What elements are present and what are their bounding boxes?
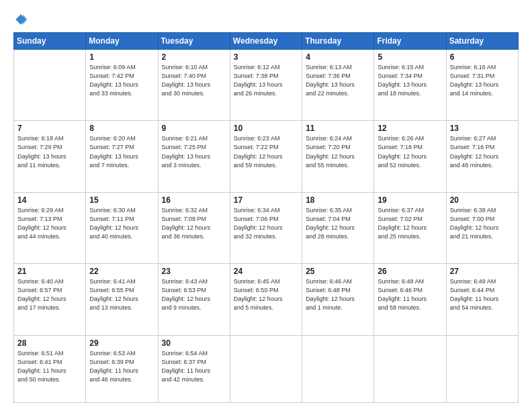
calendar-cell: 16Sunrise: 6:32 AM Sunset: 7:09 PM Dayli… bbox=[158, 192, 230, 263]
day-info: Sunrise: 6:18 AM Sunset: 7:29 PM Dayligh… bbox=[17, 134, 82, 169]
day-number: 26 bbox=[378, 267, 442, 276]
calendar-week-row: 1Sunrise: 6:09 AM Sunset: 7:42 PM Daylig… bbox=[14, 50, 519, 121]
weekday-header-sunday: Sunday bbox=[14, 33, 86, 50]
calendar-cell: 26Sunrise: 6:48 AM Sunset: 6:46 PM Dayli… bbox=[374, 264, 446, 335]
day-info: Sunrise: 6:15 AM Sunset: 7:34 PM Dayligh… bbox=[378, 63, 442, 98]
weekday-header-row: SundayMondayTuesdayWednesdayThursdayFrid… bbox=[14, 33, 519, 50]
day-number: 11 bbox=[306, 124, 370, 133]
day-info: Sunrise: 6:09 AM Sunset: 7:42 PM Dayligh… bbox=[89, 63, 154, 98]
calendar-cell: 28Sunrise: 6:51 AM Sunset: 6:41 PM Dayli… bbox=[14, 335, 86, 402]
calendar-week-row: 7Sunrise: 6:18 AM Sunset: 7:29 PM Daylig… bbox=[14, 121, 519, 192]
day-number: 24 bbox=[234, 267, 298, 276]
day-number: 9 bbox=[162, 124, 226, 133]
day-info: Sunrise: 6:49 AM Sunset: 6:44 PM Dayligh… bbox=[450, 277, 515, 312]
calendar-cell: 17Sunrise: 6:34 AM Sunset: 7:06 PM Dayli… bbox=[230, 192, 302, 263]
day-info: Sunrise: 6:13 AM Sunset: 7:36 PM Dayligh… bbox=[306, 63, 370, 98]
calendar-cell: 24Sunrise: 6:45 AM Sunset: 6:50 PM Dayli… bbox=[230, 264, 302, 335]
logo-icon bbox=[13, 12, 28, 27]
calendar-cell: 23Sunrise: 6:43 AM Sunset: 6:53 PM Dayli… bbox=[158, 264, 230, 335]
calendar-cell: 8Sunrise: 6:20 AM Sunset: 7:27 PM Daylig… bbox=[86, 121, 158, 192]
day-info: Sunrise: 6:51 AM Sunset: 6:41 PM Dayligh… bbox=[17, 349, 82, 384]
page: SundayMondayTuesdayWednesdayThursdayFrid… bbox=[0, 0, 532, 411]
day-number: 7 bbox=[17, 124, 82, 133]
calendar-week-row: 14Sunrise: 6:29 AM Sunset: 7:13 PM Dayli… bbox=[14, 192, 519, 263]
calendar-week-row: 21Sunrise: 6:40 AM Sunset: 6:57 PM Dayli… bbox=[14, 264, 519, 335]
day-info: Sunrise: 6:20 AM Sunset: 7:27 PM Dayligh… bbox=[89, 134, 154, 169]
day-number: 19 bbox=[378, 195, 442, 205]
day-number: 2 bbox=[162, 52, 226, 62]
calendar-cell: 3Sunrise: 6:12 AM Sunset: 7:38 PM Daylig… bbox=[230, 50, 302, 121]
day-number: 4 bbox=[306, 52, 370, 62]
day-number: 15 bbox=[89, 195, 154, 205]
day-number: 13 bbox=[450, 124, 515, 133]
calendar-week-row: 28Sunrise: 6:51 AM Sunset: 6:41 PM Dayli… bbox=[14, 335, 519, 402]
day-info: Sunrise: 6:23 AM Sunset: 7:22 PM Dayligh… bbox=[234, 134, 298, 169]
day-number: 29 bbox=[89, 338, 154, 348]
day-info: Sunrise: 6:16 AM Sunset: 7:31 PM Dayligh… bbox=[450, 63, 515, 98]
day-info: Sunrise: 6:30 AM Sunset: 7:11 PM Dayligh… bbox=[89, 206, 154, 241]
day-info: Sunrise: 6:45 AM Sunset: 6:50 PM Dayligh… bbox=[234, 277, 298, 312]
calendar-cell bbox=[230, 335, 302, 402]
weekday-header-thursday: Thursday bbox=[302, 33, 374, 50]
weekday-header-monday: Monday bbox=[86, 33, 158, 50]
calendar-cell bbox=[446, 335, 518, 402]
header bbox=[13, 12, 519, 27]
day-info: Sunrise: 6:43 AM Sunset: 6:53 PM Dayligh… bbox=[162, 277, 226, 312]
calendar-cell bbox=[14, 50, 86, 121]
day-number: 20 bbox=[450, 195, 515, 205]
day-info: Sunrise: 6:21 AM Sunset: 7:25 PM Dayligh… bbox=[162, 134, 226, 169]
day-number: 17 bbox=[234, 195, 298, 205]
calendar-cell: 14Sunrise: 6:29 AM Sunset: 7:13 PM Dayli… bbox=[14, 192, 86, 263]
calendar-cell: 5Sunrise: 6:15 AM Sunset: 7:34 PM Daylig… bbox=[374, 50, 446, 121]
weekday-header-friday: Friday bbox=[374, 33, 446, 50]
calendar-cell: 11Sunrise: 6:24 AM Sunset: 7:20 PM Dayli… bbox=[302, 121, 374, 192]
day-number: 16 bbox=[162, 195, 226, 205]
calendar-cell: 12Sunrise: 6:26 AM Sunset: 7:18 PM Dayli… bbox=[374, 121, 446, 192]
calendar-cell: 29Sunrise: 6:53 AM Sunset: 6:39 PM Dayli… bbox=[86, 335, 158, 402]
calendar-cell: 9Sunrise: 6:21 AM Sunset: 7:25 PM Daylig… bbox=[158, 121, 230, 192]
day-info: Sunrise: 6:46 AM Sunset: 6:48 PM Dayligh… bbox=[306, 277, 370, 312]
day-number: 12 bbox=[378, 124, 442, 133]
calendar-table: SundayMondayTuesdayWednesdayThursdayFrid… bbox=[13, 32, 519, 403]
day-info: Sunrise: 6:54 AM Sunset: 6:37 PM Dayligh… bbox=[162, 349, 226, 384]
calendar-cell: 19Sunrise: 6:37 AM Sunset: 7:02 PM Dayli… bbox=[374, 192, 446, 263]
day-info: Sunrise: 6:24 AM Sunset: 7:20 PM Dayligh… bbox=[306, 134, 370, 169]
calendar-cell: 22Sunrise: 6:41 AM Sunset: 6:55 PM Dayli… bbox=[86, 264, 158, 335]
day-number: 25 bbox=[306, 267, 370, 276]
day-info: Sunrise: 6:40 AM Sunset: 6:57 PM Dayligh… bbox=[17, 277, 82, 312]
day-info: Sunrise: 6:12 AM Sunset: 7:38 PM Dayligh… bbox=[234, 63, 298, 98]
day-info: Sunrise: 6:27 AM Sunset: 7:16 PM Dayligh… bbox=[450, 134, 515, 169]
day-info: Sunrise: 6:10 AM Sunset: 7:40 PM Dayligh… bbox=[162, 63, 226, 98]
day-number: 14 bbox=[17, 195, 82, 205]
calendar-cell: 10Sunrise: 6:23 AM Sunset: 7:22 PM Dayli… bbox=[230, 121, 302, 192]
day-number: 30 bbox=[162, 338, 226, 348]
calendar-cell: 21Sunrise: 6:40 AM Sunset: 6:57 PM Dayli… bbox=[14, 264, 86, 335]
day-number: 1 bbox=[89, 52, 154, 62]
day-info: Sunrise: 6:34 AM Sunset: 7:06 PM Dayligh… bbox=[234, 206, 298, 241]
day-number: 3 bbox=[234, 52, 298, 62]
day-number: 22 bbox=[89, 267, 154, 276]
svg-marker-1 bbox=[23, 14, 27, 25]
day-number: 28 bbox=[17, 338, 82, 348]
logo bbox=[13, 12, 31, 27]
day-info: Sunrise: 6:53 AM Sunset: 6:39 PM Dayligh… bbox=[89, 349, 154, 384]
calendar-cell: 15Sunrise: 6:30 AM Sunset: 7:11 PM Dayli… bbox=[86, 192, 158, 263]
calendar-cell: 25Sunrise: 6:46 AM Sunset: 6:48 PM Dayli… bbox=[302, 264, 374, 335]
calendar-cell: 20Sunrise: 6:38 AM Sunset: 7:00 PM Dayli… bbox=[446, 192, 518, 263]
day-info: Sunrise: 6:38 AM Sunset: 7:00 PM Dayligh… bbox=[450, 206, 515, 241]
day-info: Sunrise: 6:37 AM Sunset: 7:02 PM Dayligh… bbox=[378, 206, 442, 241]
day-number: 6 bbox=[450, 52, 515, 62]
day-number: 18 bbox=[306, 195, 370, 205]
day-info: Sunrise: 6:41 AM Sunset: 6:55 PM Dayligh… bbox=[89, 277, 154, 312]
day-number: 10 bbox=[234, 124, 298, 133]
day-number: 27 bbox=[450, 267, 515, 276]
calendar-cell: 13Sunrise: 6:27 AM Sunset: 7:16 PM Dayli… bbox=[446, 121, 518, 192]
day-number: 5 bbox=[378, 52, 442, 62]
day-info: Sunrise: 6:35 AM Sunset: 7:04 PM Dayligh… bbox=[306, 206, 370, 241]
calendar-cell: 27Sunrise: 6:49 AM Sunset: 6:44 PM Dayli… bbox=[446, 264, 518, 335]
day-number: 23 bbox=[162, 267, 226, 276]
weekday-header-saturday: Saturday bbox=[446, 33, 518, 50]
weekday-header-wednesday: Wednesday bbox=[230, 33, 302, 50]
day-info: Sunrise: 6:48 AM Sunset: 6:46 PM Dayligh… bbox=[378, 277, 442, 312]
day-info: Sunrise: 6:26 AM Sunset: 7:18 PM Dayligh… bbox=[378, 134, 442, 169]
